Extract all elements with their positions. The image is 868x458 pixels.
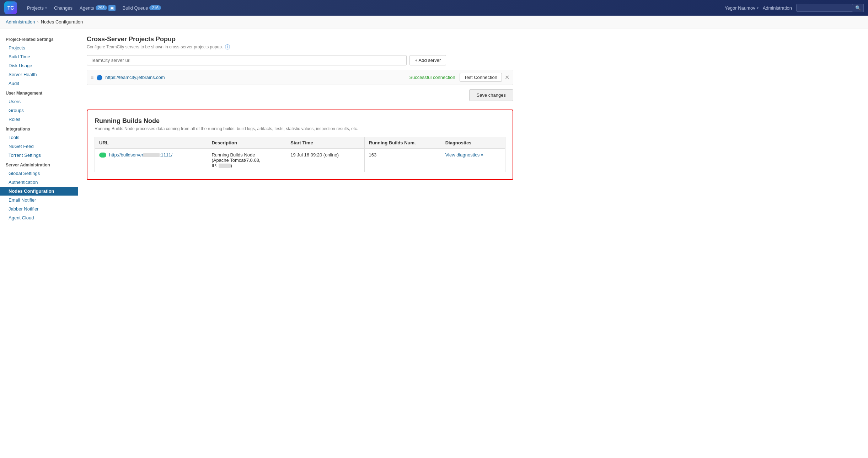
user-chevron-icon: ▾ (757, 6, 759, 10)
sidebar-item-tools[interactable]: Tools (0, 133, 78, 142)
agents-badge: 293 (96, 5, 107, 10)
search-wrap: 🔍 (796, 4, 864, 12)
server-favicon-icon: 🔵 (96, 75, 102, 80)
sidebar-item-global-settings[interactable]: Global Settings (0, 169, 78, 178)
breadcrumb: Administration › Nodes Configuration (6, 19, 862, 25)
running-builds-section: Running Builds Node Running Builds Node … (87, 110, 513, 180)
table-row: http://buildserver :1111/ Running Builds… (95, 149, 505, 172)
server-url-input[interactable] (87, 55, 407, 65)
existing-server-row: ≡ 🔵 https://teamcity.jetbrains.com Succe… (87, 70, 513, 85)
col-diagnostics: Diagnostics (441, 137, 505, 149)
info-icon[interactable]: i (225, 44, 230, 49)
sidebar-item-server-health[interactable]: Server Health (0, 70, 78, 79)
main-content: Cross-Server Projects Popup Configure Te… (78, 28, 868, 455)
server-url-row: + Add server (87, 55, 859, 65)
col-description: Description (207, 137, 286, 149)
build-queue-badge: 216 (149, 5, 161, 10)
search-input[interactable] (796, 4, 853, 12)
user-menu[interactable]: Yegor Naumov ▾ (725, 5, 759, 11)
projects-chevron-icon: ▾ (45, 6, 47, 10)
breadcrumb-admin[interactable]: Administration (6, 19, 35, 25)
row-description-cell: Running Builds Node (Apache Tomcat/7.0.6… (207, 149, 286, 172)
col-start-time: Start Time (286, 137, 364, 149)
sidebar-item-roles[interactable]: Roles (0, 115, 78, 124)
sidebar-item-build-time[interactable]: Build Time (0, 52, 78, 61)
nav-build-queue[interactable]: Build Queue 216 (120, 4, 164, 12)
sidebar-section-integrations: Integrations (0, 124, 78, 133)
sidebar-item-email-notifier[interactable]: Email Notifier (0, 196, 78, 204)
admin-link[interactable]: Administration (763, 5, 792, 11)
col-running-builds-num: Running Builds Num. (364, 137, 441, 149)
drag-handle-icon[interactable]: ≡ (91, 75, 93, 80)
node-url-link[interactable]: http://buildserver :1111/ (109, 152, 172, 158)
save-changes-row: Save changes (87, 89, 513, 101)
sidebar-item-users[interactable]: Users (0, 97, 78, 106)
nav-projects[interactable]: Projects ▾ (24, 4, 50, 12)
rbn-subtitle: Running Builds Node processes data comin… (95, 126, 505, 131)
main-layout: Project-related Settings Projects Build … (0, 28, 868, 455)
topnav-right: Yegor Naumov ▾ Administration 🔍 (725, 4, 864, 12)
topnav: TC Projects ▾ Changes Agents 293 ▣ Build… (0, 0, 868, 16)
nav-changes[interactable]: Changes (51, 4, 75, 12)
row-diagnostics-cell: View diagnostics » (441, 149, 505, 172)
nav-agents[interactable]: Agents 293 ▣ (77, 4, 118, 12)
sidebar-item-agent-cloud[interactable]: Agent Cloud (0, 213, 78, 222)
sidebar-item-groups[interactable]: Groups (0, 106, 78, 115)
sidebar-item-authentication[interactable]: Authentication (0, 178, 78, 187)
search-button[interactable]: 🔍 (853, 4, 864, 12)
sidebar-item-nodes-configuration[interactable]: Nodes Configuration (0, 187, 78, 196)
row-url-cell: http://buildserver :1111/ (95, 149, 207, 172)
agents-icon-box: ▣ (108, 5, 116, 11)
app-logo[interactable]: TC (4, 1, 17, 14)
breadcrumb-current: Nodes Configuration (41, 19, 83, 25)
url-blurred (143, 153, 160, 157)
row-running-builds-num-cell: 163 (364, 149, 441, 172)
description-ip: IP: ) (211, 163, 282, 168)
test-connection-button[interactable]: Test Connection (460, 73, 502, 82)
cross-server-section: Cross-Server Projects Popup Configure Te… (87, 36, 859, 101)
cross-server-title: Cross-Server Projects Popup (87, 36, 859, 43)
table-header-row: URL Description Start Time Running Build… (95, 137, 505, 149)
sidebar-item-projects[interactable]: Projects (0, 43, 78, 52)
url-cell-content: http://buildserver :1111/ (99, 152, 203, 158)
connection-status: Successful connection (409, 75, 455, 80)
ip-blurred (219, 164, 231, 168)
sidebar-section-project: Project-related Settings (0, 34, 78, 43)
node-status-indicator (99, 153, 106, 158)
add-server-button[interactable]: + Add server (409, 55, 446, 65)
existing-server-url: https://teamcity.jetbrains.com (105, 75, 409, 80)
breadcrumb-separator: › (37, 19, 38, 25)
sidebar-item-jabber-notifier[interactable]: Jabber Notifier (0, 204, 78, 213)
save-changes-button[interactable]: Save changes (469, 89, 513, 101)
sidebar: Project-related Settings Projects Build … (0, 28, 78, 455)
breadcrumb-bar: Administration › Nodes Configuration (0, 16, 868, 28)
sidebar-section-server: Server Administration (0, 160, 78, 169)
sidebar-section-user: User Management (0, 88, 78, 97)
sidebar-item-disk-usage[interactable]: Disk Usage (0, 61, 78, 70)
sidebar-item-nuget[interactable]: NuGet Feed (0, 142, 78, 151)
builds-table: URL Description Start Time Running Build… (95, 137, 505, 172)
rbn-title: Running Builds Node (95, 117, 505, 125)
col-url: URL (95, 137, 207, 149)
cross-server-subtitle: Configure TeamCity servers to be shown i… (87, 44, 859, 49)
sidebar-item-audit[interactable]: Audit (0, 79, 78, 88)
sidebar-item-torrent[interactable]: Torrent Settings (0, 151, 78, 160)
topnav-links: Projects ▾ Changes Agents 293 ▣ Build Qu… (24, 4, 718, 12)
row-start-time-cell: 19 Jul 16 09:20 (online) (286, 149, 364, 172)
remove-server-button[interactable]: ✕ (505, 75, 509, 80)
view-diagnostics-link[interactable]: View diagnostics » (445, 152, 483, 158)
